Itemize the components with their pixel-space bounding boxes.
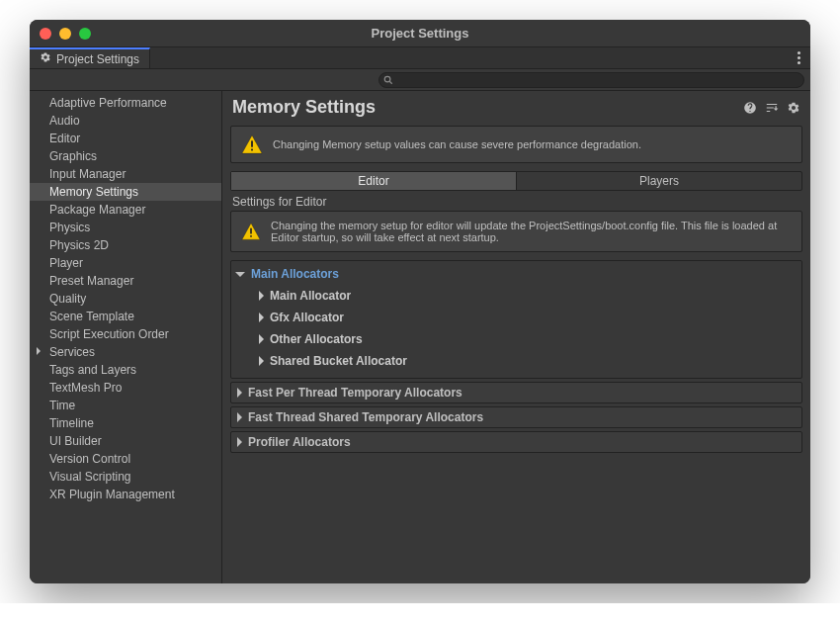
traffic-lights: [40, 28, 91, 40]
sidebar-item-physics[interactable]: Physics: [30, 219, 221, 236]
subtab-players[interactable]: Players: [516, 172, 801, 190]
settings-for-label: Settings for Editor: [232, 195, 802, 209]
tabbar-menu-button[interactable]: [788, 47, 810, 68]
sidebar-item-tags-and-layers[interactable]: Tags and Layers: [30, 361, 221, 379]
foldout-main-allocator[interactable]: Main Allocator: [231, 285, 801, 307]
close-window-button[interactable]: [40, 28, 51, 40]
section-main-allocators: Main Allocators Main Allocator Gfx Alloc…: [230, 260, 802, 379]
svg-point-0: [384, 76, 390, 82]
foldout-other-allocators[interactable]: Other Allocators: [231, 328, 801, 350]
warning-box-top: Changing Memory setup values can cause s…: [230, 126, 802, 163]
sidebar-item-scene-template[interactable]: Scene Template: [30, 308, 221, 325]
maximize-window-button[interactable]: [79, 28, 91, 40]
foldout-gfx-allocator[interactable]: Gfx Allocator: [231, 307, 801, 328]
window-title: Project Settings: [30, 26, 810, 41]
svg-rect-3: [251, 149, 253, 151]
warning-text: Changing the memory setup for editor wil…: [271, 220, 792, 243]
tab-label: Project Settings: [56, 52, 139, 66]
sidebar-item-ui-builder[interactable]: UI Builder: [30, 432, 221, 450]
sidebar-item-preset-manager[interactable]: Preset Manager: [30, 272, 221, 290]
searchbar: [30, 69, 810, 91]
gear-icon: [40, 51, 51, 66]
titlebar: Project Settings: [30, 20, 810, 47]
subtabs: Editor Players: [230, 171, 802, 191]
settings-gear-icon[interactable]: [787, 101, 800, 115]
svg-rect-4: [250, 228, 252, 234]
sidebar-item-textmesh-pro[interactable]: TextMesh Pro: [30, 379, 221, 397]
sidebar-item-version-control[interactable]: Version Control: [30, 450, 221, 468]
foldout-shared-bucket-allocator[interactable]: Shared Bucket Allocator: [231, 350, 801, 372]
foldout-fast-per-thread-temp[interactable]: Fast Per Thread Temporary Allocators: [230, 382, 802, 403]
foldout-profiler-allocators[interactable]: Profiler Allocators: [230, 431, 802, 453]
sidebar-item-memory-settings[interactable]: Memory Settings: [30, 183, 221, 201]
subtab-editor[interactable]: Editor: [231, 172, 516, 190]
triangle-right-icon: [259, 334, 264, 344]
triangle-right-icon: [237, 437, 242, 447]
project-settings-window: Project Settings Project Settings Adapti…: [30, 20, 810, 583]
sidebar-item-timeline[interactable]: Timeline: [30, 414, 221, 432]
foldout-main-allocators[interactable]: Main Allocators: [231, 263, 801, 285]
main-panel: Memory Settings Ch: [222, 91, 810, 583]
sidebar-item-script-execution-order[interactable]: Script Execution Order: [30, 325, 221, 343]
warning-box-editor: Changing the memory setup for editor wil…: [230, 211, 802, 252]
svg-rect-2: [251, 140, 253, 146]
tab-project-settings[interactable]: Project Settings: [30, 47, 150, 68]
sidebar-item-quality[interactable]: Quality: [30, 290, 221, 308]
warning-icon: [241, 134, 263, 154]
tabbar: Project Settings: [30, 47, 810, 69]
svg-rect-5: [250, 235, 252, 237]
preset-icon[interactable]: [765, 101, 779, 115]
sidebar-item-audio[interactable]: Audio: [30, 112, 221, 130]
sidebar-item-player[interactable]: Player: [30, 254, 221, 272]
triangle-right-icon: [237, 388, 242, 398]
sidebar-item-services[interactable]: Services: [30, 343, 221, 361]
sidebar-item-package-manager[interactable]: Package Manager: [30, 201, 221, 219]
warning-text: Changing Memory setup values can cause s…: [273, 138, 641, 150]
triangle-right-icon: [259, 291, 264, 301]
triangle-right-icon: [259, 312, 264, 322]
sidebar-item-editor[interactable]: Editor: [30, 130, 221, 147]
triangle-down-icon: [235, 272, 245, 277]
minimize-window-button[interactable]: [59, 28, 71, 40]
main-header: Memory Settings: [222, 91, 810, 126]
search-input[interactable]: [378, 72, 804, 88]
foldout-fast-thread-shared-temp[interactable]: Fast Thread Shared Temporary Allocators: [230, 406, 802, 428]
sidebar-item-xr-plugin-management[interactable]: XR Plugin Management: [30, 486, 221, 503]
warning-icon: [241, 223, 261, 240]
search-icon: [383, 74, 393, 84]
sidebar-item-time[interactable]: Time: [30, 397, 221, 414]
triangle-right-icon: [237, 412, 242, 422]
sidebar-item-input-manager[interactable]: Input Manager: [30, 165, 221, 183]
sidebar[interactable]: Adaptive Performance Audio Editor Graphi…: [30, 91, 222, 583]
svg-line-1: [389, 81, 392, 84]
sidebar-item-visual-scripting[interactable]: Visual Scripting: [30, 468, 221, 486]
expand-caret-icon[interactable]: [37, 347, 41, 355]
page-title: Memory Settings: [232, 97, 743, 118]
triangle-right-icon: [259, 356, 264, 366]
sidebar-item-adaptive-performance[interactable]: Adaptive Performance: [30, 94, 221, 112]
sidebar-item-graphics[interactable]: Graphics: [30, 147, 221, 165]
sidebar-item-physics-2d[interactable]: Physics 2D: [30, 236, 221, 254]
help-icon[interactable]: [743, 101, 757, 115]
